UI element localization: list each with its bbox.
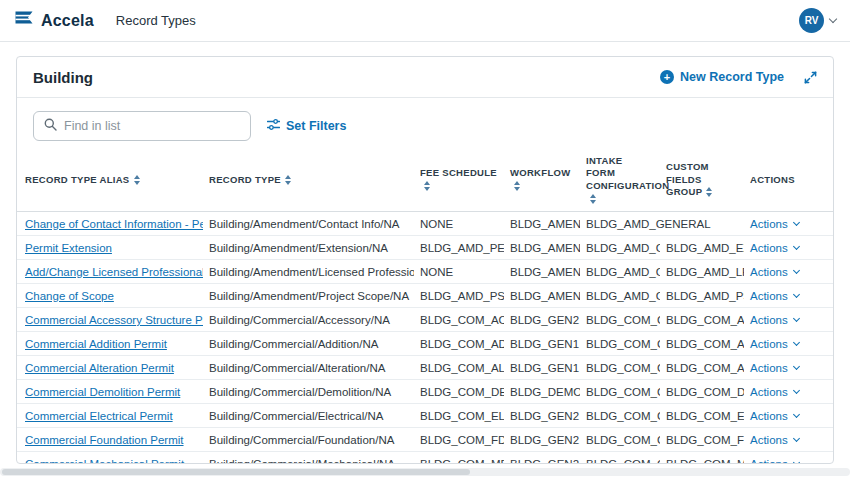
record-table-body: Change of Contact Information - Permit B…	[17, 212, 833, 464]
fee-schedule-cell: BLDG_COM_ADD	[414, 332, 504, 356]
workflow-cell: BLDG_AMEND	[504, 260, 580, 284]
sort-icon[interactable]	[285, 175, 291, 185]
workflow-cell: BLDG_GEN1	[504, 332, 580, 356]
actions-dropdown[interactable]: Actions	[750, 290, 799, 302]
actions-dropdown[interactable]: Actions	[750, 434, 799, 446]
sort-icon[interactable]	[424, 181, 430, 191]
actions-label: Actions	[750, 386, 788, 398]
search-icon	[44, 117, 57, 135]
chevron-down-icon	[793, 291, 800, 298]
record-type-alias-link[interactable]: Commercial Mechanical Permit	[25, 458, 184, 464]
record-type-alias-link[interactable]: Commercial Foundation Permit	[25, 434, 184, 446]
record-type-cell: Building/Commercial/Foundation/NA	[203, 428, 414, 452]
workflow-cell: BLDG_GEN2	[504, 404, 580, 428]
panel-header: Building + New Record Type	[17, 57, 833, 98]
custom-fields-cell: BLDG_COM_DEM	[660, 380, 744, 404]
chevron-down-icon	[793, 435, 800, 442]
fee-schedule-cell: BLDG_COM_MEC	[414, 452, 504, 464]
table-row: Commercial Addition Permit Building/Comm…	[17, 332, 833, 356]
actions-label: Actions	[750, 314, 788, 326]
workflow-cell: BLDG_AMEND	[504, 212, 580, 236]
record-type-alias-link[interactable]: Change of Scope	[25, 290, 114, 302]
record-type-alias-link[interactable]: Commercial Addition Permit	[25, 338, 167, 350]
actions-label: Actions	[750, 458, 788, 464]
search-box[interactable]	[33, 111, 251, 141]
intake-form-cell: BLDG_AMD_GENERAL	[580, 236, 660, 260]
top-header: Accela Record Types RV	[0, 0, 850, 42]
fee-schedule-cell: NONE	[414, 260, 504, 284]
column-header-record-type-alias[interactable]: Record Type Alias	[17, 153, 203, 212]
fee-schedule-cell: BLDG_AMD_PE	[414, 236, 504, 260]
actions-dropdown[interactable]: Actions	[750, 362, 799, 374]
actions-dropdown[interactable]: Actions	[750, 338, 799, 350]
expand-icon[interactable]	[804, 71, 817, 84]
sort-icon[interactable]	[514, 181, 520, 191]
record-types-panel: Building + New Record Type	[16, 56, 834, 464]
actions-label: Actions	[750, 362, 788, 374]
actions-dropdown[interactable]: Actions	[750, 242, 799, 254]
intake-form-cell: BLDG_COM_GEN	[580, 428, 660, 452]
actions-dropdown[interactable]: Actions	[750, 410, 799, 422]
workflow-cell: BLDG_GEN2	[504, 452, 580, 464]
record-type-alias-link[interactable]: Add/Change Licensed Professional	[25, 266, 203, 278]
horizontal-scrollbar[interactable]	[0, 468, 850, 476]
record-type-cell: Building/Amendment/Extension/NA	[203, 236, 414, 260]
intake-form-cell: BLDG_COM_GEN	[580, 404, 660, 428]
fee-schedule-cell: BLDG_COM_FDN	[414, 428, 504, 452]
column-header-custom-fields-group[interactable]: Custom Fields Group	[660, 153, 744, 212]
workflow-cell: BLDG_GEN1	[504, 356, 580, 380]
sort-icon[interactable]	[706, 187, 712, 197]
record-type-alias-link[interactable]: Change of Contact Information - Permit	[25, 218, 203, 230]
chevron-down-icon	[793, 459, 800, 464]
table-toolbar: Set Filters	[17, 98, 833, 147]
column-header-actions: Actions	[744, 153, 833, 212]
new-record-type-label: New Record Type	[680, 70, 784, 84]
custom-fields-cell: BLDG_COM_FDN	[660, 428, 744, 452]
record-type-alias-link[interactable]: Commercial Electrical Permit	[25, 410, 173, 422]
actions-dropdown[interactable]: Actions	[750, 218, 799, 230]
actions-dropdown[interactable]: Actions	[750, 314, 799, 326]
table-row: Permit Extension Building/Amendment/Exte…	[17, 236, 833, 260]
set-filters-label: Set Filters	[286, 119, 346, 133]
fee-schedule-cell: BLDG_COM_ACC	[414, 308, 504, 332]
column-header-intake-form-configuration[interactable]: Intake Form Configuration	[580, 153, 660, 212]
intake-form-cell: BLDG_COM_GEN	[580, 452, 660, 464]
sort-icon[interactable]	[134, 175, 140, 185]
workflow-cell: BLDG_GEN2	[504, 308, 580, 332]
fee-schedule-cell: BLDG_COM_ALT	[414, 356, 504, 380]
record-type-cell: Building/Commercial/Electrical/NA	[203, 404, 414, 428]
avatar[interactable]: RV	[799, 8, 824, 33]
actions-label: Actions	[750, 266, 788, 278]
horizontal-scrollbar-thumb[interactable]	[2, 469, 470, 475]
intake-form-cell: BLDG_AMD_GENERAL	[580, 260, 660, 284]
actions-label: Actions	[750, 290, 788, 302]
record-type-alias-link[interactable]: Commercial Demolition Permit	[25, 386, 180, 398]
custom-fields-cell: BLDG_COM_MEC	[660, 452, 744, 464]
actions-label: Actions	[750, 242, 788, 254]
column-header-fee-schedule[interactable]: Fee Schedule	[414, 153, 504, 212]
intake-form-cell: BLDG_COM_GEN	[580, 356, 660, 380]
search-input[interactable]	[64, 119, 240, 133]
record-type-alias-link[interactable]: Permit Extension	[25, 242, 112, 254]
chevron-down-icon	[793, 315, 800, 322]
table-row: Commercial Mechanical Permit Building/Co…	[17, 452, 833, 464]
fee-schedule-cell: BLDG_COM_DEM	[414, 380, 504, 404]
new-record-type-button[interactable]: + New Record Type	[660, 70, 784, 84]
record-type-alias-link[interactable]: Commercial Accessory Structure Permit	[25, 314, 203, 326]
plus-icon: +	[660, 70, 674, 84]
table-row: Commercial Foundation Permit Building/Co…	[17, 428, 833, 452]
actions-dropdown[interactable]: Actions	[750, 266, 799, 278]
actions-dropdown[interactable]: Actions	[750, 458, 799, 464]
chevron-down-icon	[793, 363, 800, 370]
sort-icon[interactable]	[590, 194, 596, 204]
workflow-cell: BLDG_GEN2	[504, 428, 580, 452]
column-header-workflow[interactable]: Workflow	[504, 153, 580, 212]
column-header-record-type[interactable]: Record Type	[203, 153, 414, 212]
table-row: Change of Contact Information - Permit B…	[17, 212, 833, 236]
record-type-alias-link[interactable]: Commercial Alteration Permit	[25, 362, 174, 374]
user-menu[interactable]: RV	[799, 8, 836, 33]
fee-schedule-cell: NONE	[414, 212, 504, 236]
actions-dropdown[interactable]: Actions	[750, 386, 799, 398]
set-filters-button[interactable]: Set Filters	[267, 118, 346, 134]
fee-schedule-cell: BLDG_AMD_PS	[414, 284, 504, 308]
